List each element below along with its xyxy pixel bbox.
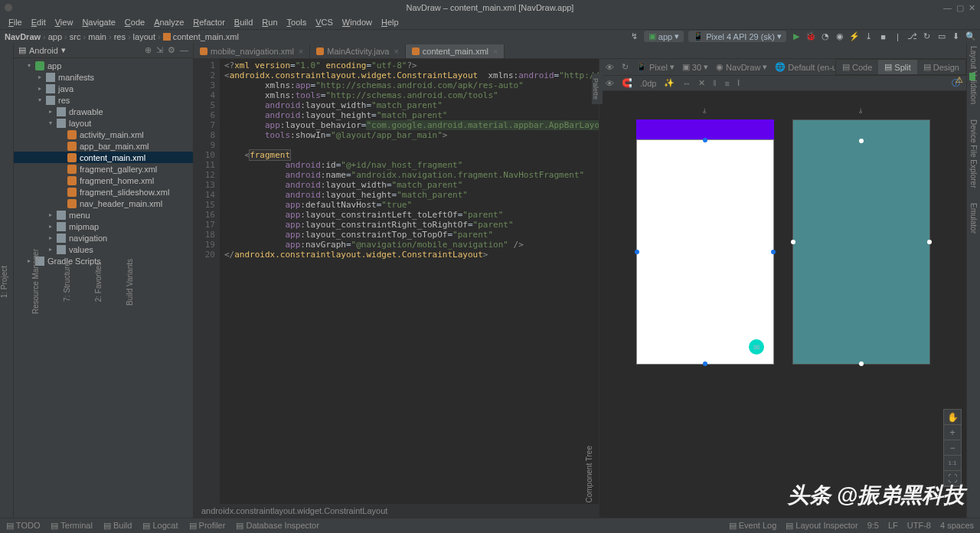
sdk-icon[interactable]: ⬇	[951, 31, 961, 41]
tree-item-res[interactable]: ▾res	[14, 94, 193, 106]
design-canvas[interactable]: ⫰ ✉ ⫰	[599, 91, 966, 518]
orientation-icon[interactable]: ↻	[622, 62, 629, 72]
run-icon[interactable]: ▶	[791, 31, 801, 41]
theme-selector[interactable]: ◉ NavDraw ▾	[716, 62, 767, 72]
device-handle-icon[interactable]: ⫰	[636, 106, 774, 115]
sb-layoutinspector[interactable]: ▤ Layout Inspector	[786, 521, 858, 531]
tool-structure[interactable]: 7: Structure	[63, 262, 71, 302]
menu-build[interactable]: Build	[230, 18, 256, 27]
device-handle-icon[interactable]: ⫰	[792, 106, 930, 115]
close-icon[interactable]: ✕	[969, 3, 975, 13]
tree-item-mipmap[interactable]: ▸mipmap	[14, 221, 193, 232]
tree-item-fragment-slideshow-xml[interactable]: fragment_slideshow.xml	[14, 186, 193, 198]
breadcrumb-item[interactable]: content_main.xml	[173, 32, 239, 41]
sys-menu-icon[interactable]	[5, 4, 12, 11]
device-selector[interactable]: 📱 Pixel 4 API 29 (sk) ▾	[688, 31, 786, 42]
breadcrumb-item[interactable]: main	[88, 32, 106, 41]
maximize-icon[interactable]: ▢	[956, 3, 964, 13]
minimize-icon[interactable]: —	[943, 3, 952, 13]
device-preview-selector[interactable]: 📱 Pixel ▾	[636, 62, 675, 72]
constraint-handle-icon[interactable]	[635, 250, 639, 254]
zoom-out-icon[interactable]: −	[944, 440, 961, 456]
tree-item-gradle-scripts[interactable]: ▸Gradle Scripts	[14, 255, 193, 266]
menu-help[interactable]: Help	[377, 18, 403, 27]
hide-icon[interactable]: —	[180, 45, 188, 55]
menu-tools[interactable]: Tools	[283, 18, 311, 27]
menu-file[interactable]: File	[5, 18, 26, 27]
breadcrumb-item[interactable]: NavDraw	[5, 32, 41, 41]
tree-item-nav-header-main-xml[interactable]: nav_header_main.xml	[14, 198, 193, 209]
component-tree-tool[interactable]: Component Tree	[585, 446, 593, 503]
git-icon[interactable]: ⎇	[907, 31, 917, 41]
pack-icon[interactable]: ⫴	[713, 78, 717, 88]
menu-edit[interactable]: Edit	[28, 18, 50, 27]
design-surface-1[interactable]: ✉	[636, 119, 774, 365]
palette-tool[interactable]: Palette	[592, 74, 603, 104]
view-mode-code[interactable]: ▤ Code	[836, 60, 878, 74]
sb-todo[interactable]: ▤ TODO	[6, 521, 40, 531]
tree-item-values[interactable]: ▸values	[14, 244, 193, 255]
constraint-handle-icon[interactable]	[703, 138, 707, 142]
warning-icon[interactable]: ⚠	[956, 75, 963, 83]
magnet-icon[interactable]: 🧲	[622, 78, 632, 88]
view-mode-design[interactable]: ▤ Design	[917, 60, 965, 74]
zoom-fit-icon[interactable]: 1:1	[944, 456, 961, 471]
tree-item-content-main-xml[interactable]: content_main.xml	[14, 152, 193, 163]
tree-item-fragment-home-xml[interactable]: fragment_home.xml	[14, 175, 193, 186]
sb-profiler[interactable]: ▤ Profiler	[189, 521, 226, 531]
sb-info[interactable]: 4 spaces	[940, 521, 974, 531]
tool-favorites[interactable]: 2: Favorites	[94, 262, 103, 302]
menu-run[interactable]: Run	[258, 18, 281, 27]
tool-resourcemanager[interactable]: Resource Manager	[31, 249, 40, 314]
menu-refactor[interactable]: Refactor	[189, 18, 229, 27]
infer-icon[interactable]: ↔	[682, 79, 691, 88]
sb-info[interactable]: LF	[888, 521, 898, 531]
constraint-handle-icon[interactable]	[771, 250, 776, 254]
menu-navigate[interactable]: Navigate	[78, 18, 119, 27]
wand-icon[interactable]: ✨	[664, 78, 675, 88]
run-config-selector[interactable]: ▣ app ▾	[644, 31, 684, 42]
guideline-icon[interactable]: Ⅰ	[737, 78, 740, 88]
tree-item-app[interactable]: ▾app	[14, 60, 193, 71]
breadcrumb-item[interactable]: src	[70, 32, 81, 41]
breadcrumb-item[interactable]: res	[114, 32, 126, 41]
tab-content-main-xml[interactable]: content_main.xml×	[406, 44, 505, 58]
sb-databaseinspector[interactable]: ▤ Database Inspector	[236, 521, 318, 531]
gear-icon[interactable]: ⚙	[168, 45, 175, 55]
tool-buildvariants[interactable]: Build Variants	[126, 259, 134, 306]
sb-eventlog[interactable]: ▤ Event Log	[729, 521, 777, 531]
apply-changes-icon[interactable]: ⚡	[849, 31, 859, 41]
constraint-handle-icon[interactable]	[859, 361, 864, 366]
align-icon[interactable]: ≡	[724, 79, 729, 88]
eye-icon[interactable]: 👁	[606, 63, 614, 72]
search-icon[interactable]: 🔍	[965, 31, 975, 41]
menu-analyze[interactable]: Analyze	[150, 18, 188, 27]
update-icon[interactable]: ↻	[922, 31, 932, 41]
attach-debugger-icon[interactable]: ⤓	[864, 31, 874, 41]
api-selector[interactable]: ▣ 30 ▾	[682, 62, 708, 72]
constraint-handle-icon[interactable]	[791, 240, 795, 244]
project-view-selector[interactable]: ▤ Android ▾	[18, 45, 66, 55]
view-options-icon[interactable]: 👁	[606, 79, 614, 88]
tool-project[interactable]: 1: Project	[0, 266, 8, 298]
emulator-tool[interactable]: Emulator	[969, 203, 978, 234]
zoom-in-icon[interactable]: +	[944, 425, 961, 440]
tree-item-activity-main-xml[interactable]: activity_main.xml	[14, 129, 193, 140]
menu-vcs[interactable]: VCS	[312, 18, 337, 27]
code-editor-pane[interactable]: 1234567891011121314151617181920 <?xml ve…	[194, 59, 599, 518]
sb-logcat[interactable]: ▤ Logcat	[142, 521, 178, 531]
breadcrumb-item[interactable]: app	[48, 32, 62, 41]
inspection-indicator[interactable]	[969, 73, 975, 80]
sb-build[interactable]: ▤ Build	[103, 521, 132, 531]
sb-info[interactable]: 9:5	[867, 521, 879, 531]
tree-item-app-bar-main-xml[interactable]: app_bar_main.xml	[14, 140, 193, 152]
stop-icon[interactable]: ■	[878, 31, 888, 41]
tree-item-java[interactable]: ▸java	[14, 83, 193, 94]
constraint-handle-icon[interactable]	[927, 240, 932, 244]
select-opened-icon[interactable]: ⊕	[145, 45, 152, 55]
debug-icon[interactable]: 🐞	[805, 31, 815, 41]
margin-value[interactable]: .0dp	[640, 79, 656, 88]
device-explorer-tool[interactable]: Device File Explorer	[969, 119, 978, 188]
tree-item-drawable[interactable]: ▸drawable	[14, 106, 193, 117]
tree-item-menu[interactable]: ▸menu	[14, 209, 193, 221]
